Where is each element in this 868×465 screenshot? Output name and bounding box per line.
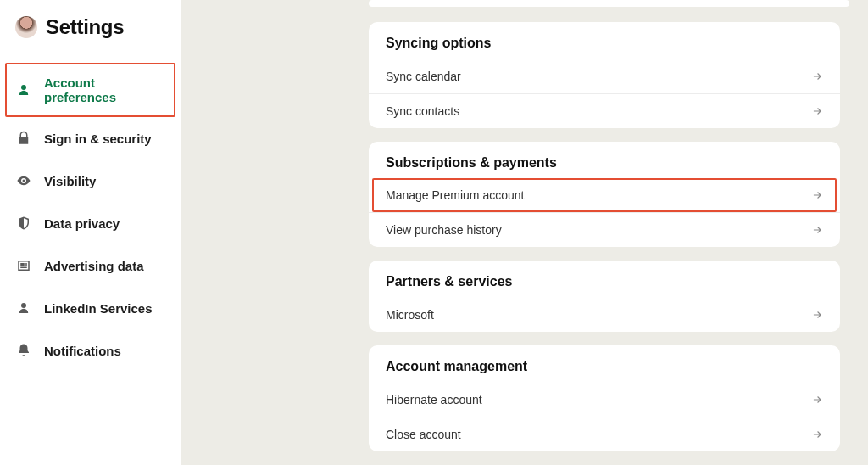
- row-label: Hibernate account: [386, 393, 482, 406]
- row-label: Manage Premium account: [386, 188, 524, 202]
- row-label: Sync contacts: [386, 104, 459, 118]
- sidebar-item-label: Advertising data: [44, 259, 144, 273]
- arrow-right-icon: [811, 429, 823, 440]
- sidebar: Settings Account preferences Sign in & s…: [0, 0, 181, 465]
- main-content: Syncing options Sync calendar Sync conta…: [181, 0, 868, 465]
- avatar[interactable]: [15, 16, 37, 38]
- row-label: Sync calendar: [386, 70, 461, 83]
- sidebar-item-account-preferences[interactable]: Account preferences: [5, 63, 175, 117]
- sidebar-item-label: Data privacy: [44, 216, 120, 231]
- sidebar-item-visibility[interactable]: Visibility: [0, 160, 181, 202]
- person-icon: [15, 300, 32, 317]
- row-close-account[interactable]: Close account: [369, 417, 840, 451]
- sidebar-item-linkedin-services[interactable]: LinkedIn Services: [0, 287, 181, 329]
- arrow-right-icon: [811, 224, 823, 236]
- card-partners-services: Partners & services Microsoft: [369, 261, 840, 332]
- arrow-right-icon: [811, 105, 823, 117]
- shield-icon: [15, 215, 32, 232]
- sidebar-item-label: Sign in & security: [44, 132, 152, 146]
- row-label: Microsoft: [386, 308, 434, 322]
- row-sync-contacts[interactable]: Sync contacts: [369, 93, 840, 128]
- sidebar-item-label: LinkedIn Services: [44, 301, 153, 316]
- arrow-right-icon: [811, 394, 823, 406]
- lock-icon: [15, 130, 32, 147]
- row-label: Close account: [386, 428, 461, 441]
- card-stub: [369, 0, 849, 7]
- arrow-right-icon: [811, 309, 823, 321]
- row-microsoft[interactable]: Microsoft: [369, 298, 840, 332]
- row-view-purchase-history[interactable]: View purchase history: [369, 212, 840, 247]
- row-hibernate-account[interactable]: Hibernate account: [369, 383, 840, 417]
- arrow-right-icon: [811, 70, 823, 82]
- arrow-right-icon: [811, 189, 823, 201]
- card-title: Syncing options: [369, 22, 840, 59]
- card-account-management: Account management Hibernate account Clo…: [369, 345, 840, 451]
- row-manage-premium-account[interactable]: Manage Premium account: [372, 178, 837, 212]
- sidebar-header: Settings: [0, 15, 181, 63]
- page-title: Settings: [46, 15, 124, 39]
- sidebar-item-sign-in-security[interactable]: Sign in & security: [0, 117, 181, 160]
- sidebar-item-label: Account preferences: [44, 76, 165, 104]
- bell-icon: [15, 342, 32, 359]
- sidebar-item-data-privacy[interactable]: Data privacy: [0, 202, 181, 244]
- sidebar-item-label: Visibility: [44, 174, 96, 188]
- newspaper-icon: [15, 257, 32, 274]
- card-subscriptions-payments: Subscriptions & payments Manage Premium …: [369, 142, 840, 247]
- person-badge-icon: [15, 81, 32, 98]
- sidebar-item-label: Notifications: [44, 344, 121, 358]
- card-title: Account management: [369, 345, 840, 383]
- card-title: Subscriptions & payments: [369, 142, 840, 179]
- sidebar-item-notifications[interactable]: Notifications: [0, 329, 181, 372]
- row-sync-calendar[interactable]: Sync calendar: [369, 59, 840, 93]
- card-title: Partners & services: [369, 261, 840, 298]
- eye-icon: [15, 172, 32, 189]
- row-label: View purchase history: [386, 223, 502, 237]
- sidebar-item-advertising-data[interactable]: Advertising data: [0, 244, 181, 287]
- card-syncing-options: Syncing options Sync calendar Sync conta…: [369, 22, 840, 128]
